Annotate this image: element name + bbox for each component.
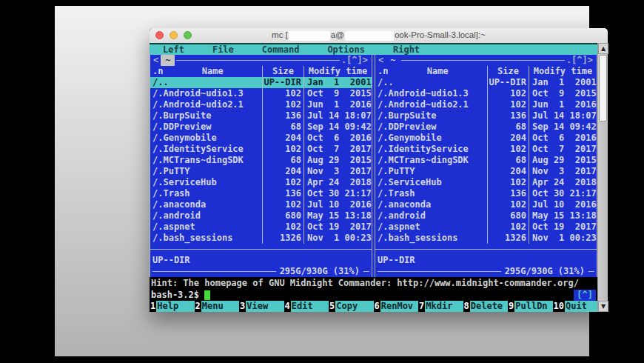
file-row[interactable]: /.IdentityService102Oct 7 2017 xyxy=(375,144,597,155)
file-mtime: Jun 1 2016 xyxy=(529,99,597,110)
column-header-mtime[interactable]: Modify time xyxy=(529,66,597,77)
file-row[interactable]: /.DDPreview68Sep 14 09:42 xyxy=(150,121,372,133)
file-row[interactable]: /.PuTTY204Nov 3 2017 xyxy=(375,166,597,177)
file-mtime: Jul 14 18:07 xyxy=(303,110,372,121)
fkey-mkdir[interactable]: 7Mkdir xyxy=(418,301,463,312)
file-size: 102 xyxy=(487,144,529,155)
file-mtime: Nov 3 2017 xyxy=(303,166,372,177)
file-row[interactable]: /.IdentityService102Oct 7 2017 xyxy=(150,144,372,155)
fkey-number: 7 xyxy=(418,301,425,312)
file-size: 680 xyxy=(262,210,303,222)
file-name: /.MCTrans~dingSDK xyxy=(375,155,487,166)
file-row[interactable]: /..UP--DIRJan 1 2001 xyxy=(150,77,372,88)
fkey-help[interactable]: 1Help xyxy=(150,301,195,312)
close-button[interactable] xyxy=(155,31,164,39)
menu-item-options[interactable]: Options xyxy=(327,44,365,56)
minimize-button[interactable] xyxy=(170,31,178,39)
file-name: /.. xyxy=(150,77,262,88)
file-row[interactable]: /.anaconda102Jul 10 2016 xyxy=(150,199,372,210)
panel-maximize-mark[interactable]: .[^]> xyxy=(565,55,594,66)
file-mtime: Oct 19 2017 xyxy=(529,222,597,233)
file-row[interactable]: /.MCTrans~dingSDK68Aug 29 2015 xyxy=(150,155,372,166)
panel-maximize-mark[interactable]: .[^]> xyxy=(340,55,369,66)
window-title-suffix: ook-Pro-Small-3.local]:~ xyxy=(395,30,486,39)
file-row[interactable]: /.Trash136Oct 30 21:17 xyxy=(375,188,597,199)
scroll-down-icon[interactable]: ▼ xyxy=(598,301,608,312)
file-size: 68 xyxy=(262,121,303,133)
file-row[interactable]: /.Genymobile204Oct 6 2016 xyxy=(150,133,372,144)
file-name: /.android xyxy=(375,210,487,222)
file-row[interactable]: /.Genymobile204Oct 6 2016 xyxy=(375,133,597,144)
desktop-background: mc [a@ook-Pro-Small-3.local]:~ LeftFileC… xyxy=(55,6,589,356)
file-row[interactable]: /.Android~udio1.3102Oct 9 2015 xyxy=(375,88,597,99)
file-mtime: Oct 9 2015 xyxy=(529,88,597,99)
menu-item-command[interactable]: Command xyxy=(262,44,300,56)
file-row[interactable]: /.aspnet102Oct 19 2017 xyxy=(375,222,597,233)
zoom-button[interactable] xyxy=(184,31,192,39)
file-row[interactable]: /.bash_sessions1326Nov 1 00:23 xyxy=(150,233,372,244)
window-title-prefix: mc [ xyxy=(272,30,288,39)
file-mtime: May 15 13:18 xyxy=(303,210,372,222)
window-titlebar[interactable]: mc [a@ook-Pro-Small-3.local]:~ xyxy=(150,28,608,43)
panel-border-line xyxy=(152,271,276,272)
terminal-scrollbar[interactable]: ▲ ▼ xyxy=(597,43,608,312)
file-row[interactable]: /.ServiceHub102Apr 24 2018 xyxy=(375,177,597,188)
fkey-quit[interactable]: 10Quit xyxy=(553,301,598,312)
file-row[interactable]: /.Android~udio2.1102Jun 1 2016 xyxy=(150,99,372,110)
command-line[interactable]: bash-3.2$ [^] xyxy=(150,289,597,301)
file-row[interactable]: /.Trash136Oct 30 21:17 xyxy=(150,188,372,199)
file-row[interactable]: /..UP--DIRJan 1 2001 xyxy=(375,77,597,88)
menu-item-right[interactable]: Right xyxy=(393,44,420,56)
fkey-label: PullDn xyxy=(514,301,552,312)
column-header-size[interactable]: Size xyxy=(262,66,303,77)
file-mtime: Jan 1 2001 xyxy=(529,77,597,88)
file-row[interactable]: /.Android~udio2.1102Jun 1 2016 xyxy=(375,99,597,110)
file-row[interactable]: /.Android~udio1.3102Oct 9 2015 xyxy=(150,88,372,99)
menu-item-file[interactable]: File xyxy=(212,44,234,56)
file-row[interactable]: /.android680May 15 13:18 xyxy=(375,210,597,222)
panel-history-left-icon[interactable]: < xyxy=(152,55,159,66)
file-row[interactable]: /.anaconda102Jul 10 2016 xyxy=(375,199,597,210)
column-header-name[interactable]: .nName xyxy=(150,66,262,77)
file-mtime: Oct 30 21:17 xyxy=(529,188,597,199)
scrollbar-thumb[interactable] xyxy=(599,55,607,121)
file-row[interactable]: /.BurpSuite136Jul 14 18:07 xyxy=(150,110,372,121)
column-header-name[interactable]: .nName xyxy=(375,66,487,77)
fkey-delete[interactable]: 8Delete xyxy=(463,301,509,312)
file-name: /.ServiceHub xyxy=(150,177,262,188)
file-name: /.Android~udio1.3 xyxy=(150,88,262,99)
file-row[interactable]: /.android680May 15 13:18 xyxy=(150,210,372,222)
fkey-pulldn[interactable]: 9PullDn xyxy=(508,301,553,312)
fkey-copy[interactable]: 5Copy xyxy=(329,301,374,312)
fkey-edit[interactable]: 4Edit xyxy=(284,301,329,312)
mc-menubar: LeftFileCommandOptionsRight xyxy=(150,43,597,55)
file-size: 68 xyxy=(487,121,529,133)
fkey-view[interactable]: 3View xyxy=(239,301,284,312)
file-row[interactable]: /.MCTrans~dingSDK68Aug 29 2015 xyxy=(375,155,597,166)
column-header-mtime[interactable]: Modify time xyxy=(303,66,372,77)
file-name: /.IdentityService xyxy=(150,144,262,155)
file-name: /.android xyxy=(150,210,262,222)
file-size: 68 xyxy=(262,155,303,166)
column-header-size[interactable]: Size xyxy=(487,66,529,77)
file-row[interactable]: /.PuTTY204Nov 3 2017 xyxy=(150,166,372,177)
panel-path-tab[interactable]: ~ xyxy=(161,55,175,66)
panel-mini-status: UP--DIR xyxy=(375,255,597,266)
panel-history-left-icon[interactable]: < xyxy=(378,55,384,66)
file-size: 68 xyxy=(487,155,529,166)
panel-path-tab[interactable]: ~ xyxy=(386,55,400,66)
file-row[interactable]: /.aspnet102Oct 19 2017 xyxy=(150,222,372,233)
file-row[interactable]: /.ServiceHub102Apr 24 2018 xyxy=(150,177,372,188)
file-row[interactable]: /.BurpSuite136Jul 14 18:07 xyxy=(375,110,597,121)
file-name: /.MCTrans~dingSDK xyxy=(150,155,262,166)
fkey-number: 1 xyxy=(150,301,156,312)
file-row[interactable]: /.DDPreview68Sep 14 09:42 xyxy=(375,121,597,133)
fkey-renmov[interactable]: 6RenMov xyxy=(374,301,419,312)
fkey-label: Menu xyxy=(201,301,239,312)
fkey-label: Mkdir xyxy=(425,301,463,312)
fkey-menu[interactable]: 2Menu xyxy=(195,301,240,312)
menu-item-left[interactable]: Left xyxy=(163,44,184,56)
file-row[interactable]: /.bash_sessions1326Nov 1 00:23 xyxy=(375,233,597,244)
scroll-up-icon[interactable]: ▲ xyxy=(598,43,608,54)
fkey-label: Copy xyxy=(335,301,373,312)
